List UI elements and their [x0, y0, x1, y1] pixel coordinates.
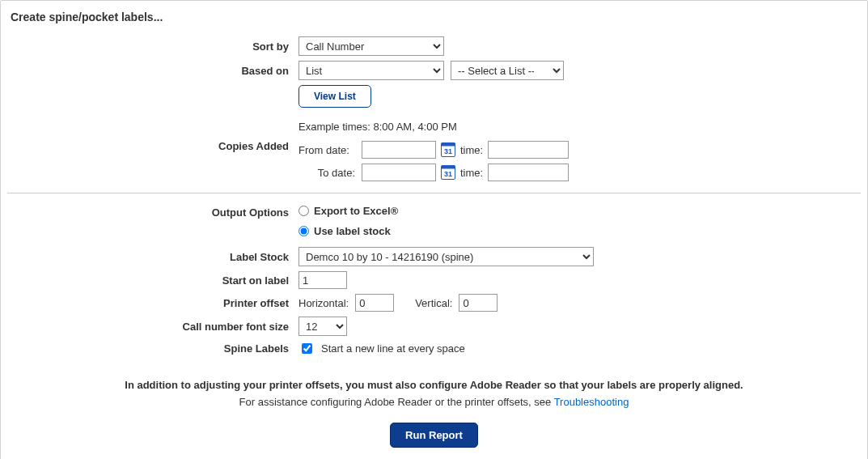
- to-time-input[interactable]: [488, 164, 569, 181]
- vertical-label: Vertical:: [415, 297, 452, 309]
- view-list-button[interactable]: View List: [299, 85, 371, 108]
- row-view-list: View List: [7, 85, 861, 108]
- row-label-stock: Label Stock Demco 10 by 10 - 14216190 (s…: [7, 247, 861, 266]
- radio-use-label-stock-label: Use label stock: [314, 225, 391, 237]
- svg-rect-1: [442, 143, 455, 147]
- row-output-options: Output Options Export to Excel® Use labe…: [7, 205, 861, 237]
- label-spine-labels: Spine Labels: [224, 342, 289, 355]
- svg-text:31: 31: [444, 170, 452, 178]
- label-copies-added: Copies Added: [218, 140, 289, 152]
- spine-newline-label: Start a new line at every space: [321, 342, 465, 355]
- row-printer-offset: Printer offset Horizontal: Vertical:: [7, 294, 861, 312]
- row-copies-added: Copies Added Example times: 8:00 AM, 4:0…: [7, 121, 861, 181]
- horizontal-offset-input[interactable]: [355, 294, 394, 312]
- note-sub-pre: For assistance configuring Adobe Reader …: [239, 396, 554, 408]
- label-label-stock: Label Stock: [230, 251, 289, 263]
- label-printer-offset: Printer offset: [223, 297, 289, 309]
- radio-use-label-stock-input[interactable]: [299, 226, 309, 236]
- row-call-font: Call number font size 12 pt: [7, 317, 861, 336]
- radio-export-excel-label: Export to Excel®: [314, 205, 398, 217]
- row-sort-by: Sort by Call Number: [7, 36, 861, 56]
- horizontal-label: Horizontal:: [299, 297, 349, 309]
- from-time-label: time:: [460, 144, 483, 156]
- run-row: Run Report: [7, 423, 861, 448]
- start-on-label-input[interactable]: [299, 271, 347, 289]
- row-start-on-label: Start on label: [7, 271, 861, 289]
- to-date-input[interactable]: [362, 164, 436, 181]
- from-time-input[interactable]: [488, 141, 569, 159]
- to-date-label: To date:: [299, 167, 357, 179]
- form-panel: Create spine/pocket labels... Sort by Ca…: [0, 0, 868, 459]
- from-date-label: From date:: [299, 144, 357, 156]
- radio-export-excel[interactable]: Export to Excel®: [299, 205, 398, 217]
- radio-export-excel-input[interactable]: [299, 206, 309, 216]
- page-title: Create spine/pocket labels...: [11, 11, 861, 23]
- example-times: Example times: 8:00 AM, 4:00 PM: [299, 121, 569, 133]
- from-date-input[interactable]: [362, 141, 436, 159]
- divider: [7, 193, 861, 193]
- label-output-options: Output Options: [212, 206, 289, 219]
- note-block: In addition to adjusting your printer of…: [7, 379, 861, 408]
- label-start-on-label: Start on label: [222, 274, 289, 287]
- label-stock-select[interactable]: Demco 10 by 10 - 14216190 (spine): [299, 247, 594, 266]
- based-on-select[interactable]: List: [299, 61, 444, 80]
- svg-text:31: 31: [444, 147, 452, 155]
- row-spine-labels: Spine Labels Start a new line at every s…: [7, 341, 861, 356]
- spine-newline-checkbox[interactable]: [302, 343, 312, 354]
- list-select[interactable]: -- Select a List --: [451, 61, 564, 80]
- radio-use-label-stock[interactable]: Use label stock: [299, 225, 398, 237]
- svg-rect-4: [442, 166, 455, 169]
- calendar-icon[interactable]: 31: [441, 165, 455, 180]
- row-based-on: Based on List -- Select a List --: [7, 61, 861, 80]
- label-based-on: Based on: [241, 65, 289, 77]
- vertical-offset-input[interactable]: [459, 294, 498, 312]
- font-size-select[interactable]: 12 pt: [299, 317, 347, 336]
- note-sub: For assistance configuring Adobe Reader …: [7, 396, 861, 408]
- note-bold: In addition to adjusting your printer of…: [7, 379, 861, 391]
- to-time-label: time:: [460, 167, 483, 179]
- calendar-icon[interactable]: 31: [441, 142, 455, 157]
- label-sort-by: Sort by: [252, 40, 289, 53]
- label-call-font: Call number font size: [183, 321, 289, 333]
- run-report-button[interactable]: Run Report: [390, 423, 478, 448]
- sort-by-select[interactable]: Call Number: [299, 36, 444, 56]
- troubleshooting-link[interactable]: Troubleshooting: [554, 396, 629, 408]
